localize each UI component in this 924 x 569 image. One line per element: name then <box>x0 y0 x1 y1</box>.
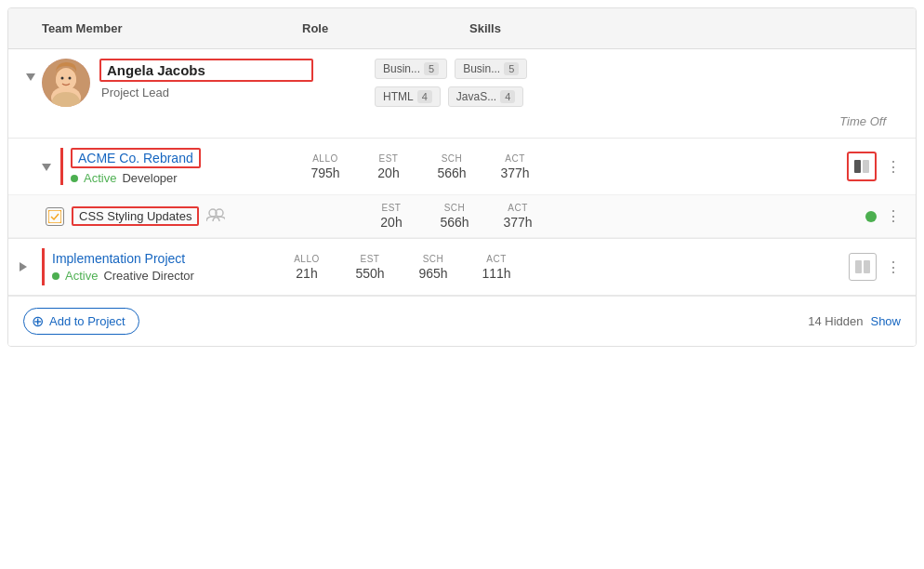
plus-circle-icon: ⊕ <box>32 312 44 330</box>
impl-status-row: Active Creative Director <box>52 269 284 283</box>
impl-actions: ⋮ <box>849 253 904 281</box>
metric-allo-label: ALLO <box>312 153 338 164</box>
add-to-project-button[interactable]: ⊕ Add to Project <box>23 308 139 335</box>
chevron-right-icon <box>20 262 27 271</box>
metric-allo: ALLO 795h <box>303 153 348 180</box>
css-task-info: CSS Styling Updates <box>72 206 313 226</box>
impl-metric-est-label: EST <box>361 254 380 264</box>
skill-level: 4 <box>500 90 515 103</box>
svg-rect-12 <box>855 260 862 273</box>
angela-name-box: Angela Jacobs <box>99 59 313 82</box>
metric-sch-value: 566h <box>437 165 466 180</box>
task-checkbox[interactable] <box>46 207 64 226</box>
panel-toggle-button[interactable] <box>847 152 877 181</box>
metric-sch-label: SCH <box>442 153 463 164</box>
skill-level: 4 <box>417 90 432 103</box>
acme-expand-btn[interactable] <box>42 160 60 174</box>
css-metric-act-value: 377h <box>503 215 532 230</box>
impl-panel-toggle-button[interactable] <box>849 253 877 281</box>
more-options-icon[interactable]: ⋮ <box>882 158 904 176</box>
angela-expand[interactable] <box>20 66 42 88</box>
impl-metric-act-value: 111h <box>482 266 510 281</box>
css-task-row: CSS Styling Updates EST 20h <box>8 195 916 238</box>
metric-sch: SCH 566h <box>429 153 474 180</box>
impl-metric-allo-value: 21h <box>296 266 317 281</box>
acme-info: ACME Co. Rebrand Active Developer <box>71 148 303 185</box>
show-link[interactable]: Show <box>870 314 901 328</box>
angela-role: Project Lead <box>99 86 313 99</box>
css-metric-sch-value: 566h <box>440 215 469 230</box>
impl-metrics: ALLO 21h EST 550h SCH 965h ACT 111h <box>284 254 841 281</box>
impl-metric-sch-value: 965h <box>418 266 447 281</box>
metric-act: ACT 377h <box>493 153 537 180</box>
impl-status: Active <box>65 269 98 283</box>
metric-est-value: 20h <box>377 165 399 180</box>
skill-level: 5 <box>424 62 439 75</box>
acme-project-name[interactable]: ACME Co. Rebrand <box>78 151 193 165</box>
acme-role: Developer <box>122 171 177 185</box>
users-svg <box>206 208 225 221</box>
metric-allo-value: 795h <box>310 165 339 180</box>
css-metric-sch: SCH 566h <box>432 203 477 230</box>
css-metric-est-label: EST <box>382 203 402 213</box>
css-task-status-dot <box>865 211 877 222</box>
impl-panel-icon <box>855 260 870 273</box>
active-status-dot <box>71 175 78 182</box>
impl-metric-allo-label: ALLO <box>294 254 320 264</box>
skills-area: Busin... 5 Busin... 5 HTML 4 JavaS... 4 <box>360 59 904 128</box>
css-metric-act-label: ACT <box>508 203 528 213</box>
chevron-down-icon <box>26 73 35 81</box>
hidden-count: 14 Hidden <box>808 314 863 328</box>
css-task-actions: ⋮ <box>865 207 904 225</box>
impl-project-name[interactable]: Implementation Project <box>52 251 185 266</box>
col-skills-header: Skills <box>469 21 904 35</box>
skill-label: HTML <box>383 90 414 103</box>
impl-metric-est-value: 550h <box>355 266 384 281</box>
skills-row-2: HTML 4 JavaS... 4 <box>375 86 904 107</box>
time-off-label: Time Off <box>375 114 904 128</box>
css-task-name-box: CSS Styling Updates <box>72 206 199 226</box>
add-project-label: Add to Project <box>49 314 125 328</box>
acme-row: ACME Co. Rebrand Active Developer ALLO 7… <box>8 139 916 195</box>
skill-tag: Busin... 5 <box>455 59 527 79</box>
impl-border-indicator <box>42 248 45 285</box>
metric-act-value: 377h <box>500 165 529 180</box>
angela-row: Angela Jacobs Project Lead Busin... 5 Bu… <box>8 49 916 139</box>
impl-metric-est: EST 550h <box>348 254 392 281</box>
impl-role: Creative Director <box>103 269 194 283</box>
avatar-image <box>42 59 90 107</box>
panel-icon <box>854 160 869 173</box>
acme-status-row: Active Developer <box>71 171 303 185</box>
impl-row: Implementation Project Active Creative D… <box>8 239 916 295</box>
impl-expand-btn[interactable] <box>20 260 42 274</box>
bottom-bar: ⊕ Add to Project 14 Hidden Show <box>8 296 916 346</box>
skill-label: Busin... <box>463 62 500 75</box>
css-metric-sch-label: SCH <box>444 203 466 213</box>
impl-project-section: Implementation Project Active Creative D… <box>8 239 916 296</box>
acme-name-box: ACME Co. Rebrand <box>71 148 201 168</box>
skill-tag: HTML 4 <box>375 86 441 107</box>
impl-metric-act: ACT 111h <box>474 254 519 281</box>
skill-label: JavaS... <box>456 90 496 103</box>
acme-actions: ⋮ <box>847 152 904 181</box>
impl-metric-sch: SCH 965h <box>411 254 455 281</box>
svg-point-5 <box>61 77 64 80</box>
checkbox-icon <box>48 210 61 223</box>
metric-est: EST 20h <box>366 153 411 180</box>
col-member-header: Team Member <box>42 21 302 35</box>
svg-rect-9 <box>48 210 61 223</box>
skill-tag: JavaS... 4 <box>448 86 523 107</box>
impl-metric-allo: ALLO 21h <box>284 254 329 281</box>
impl-more-options-icon[interactable]: ⋮ <box>882 258 904 276</box>
impl-info: Implementation Project Active Creative D… <box>52 251 284 283</box>
css-metric-est-value: 20h <box>380 215 402 230</box>
css-more-options-icon[interactable]: ⋮ <box>882 207 904 225</box>
acme-status: Active <box>84 171 116 185</box>
table-header: Team Member Role Skills <box>8 8 916 49</box>
angela-info: Angela Jacobs Project Lead <box>99 59 313 99</box>
users-icon <box>206 208 225 224</box>
impl-active-dot <box>52 272 59 280</box>
skill-label: Busin... <box>383 62 420 75</box>
metric-est-label: EST <box>379 153 399 164</box>
chevron-down-icon <box>42 164 51 171</box>
